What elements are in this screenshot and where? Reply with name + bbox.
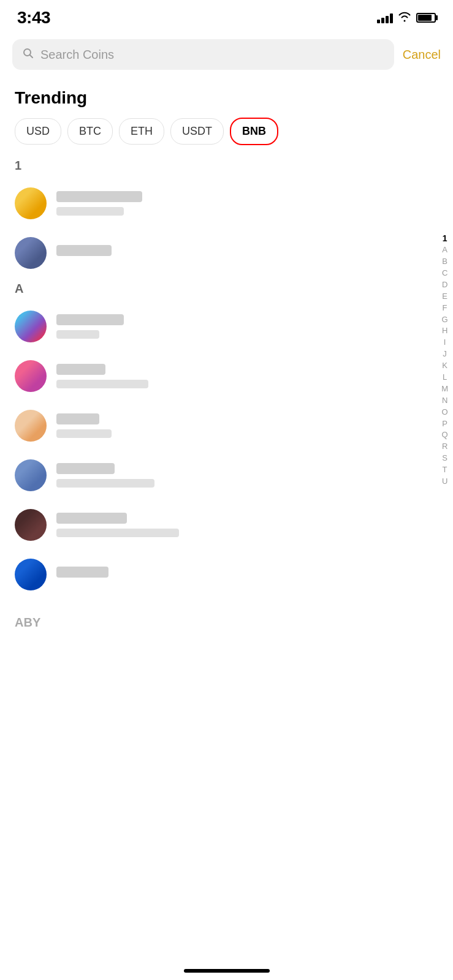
- alpha-u[interactable]: U: [442, 477, 447, 487]
- search-placeholder: Search Coins: [40, 48, 114, 62]
- status-bar: 3:43: [0, 0, 453, 33]
- tab-bnb[interactable]: BNB: [230, 118, 278, 145]
- coin-info: [56, 463, 438, 488]
- coin-icon: [15, 237, 47, 269]
- trending-title: Trending: [0, 76, 453, 118]
- alpha-k[interactable]: K: [442, 361, 447, 371]
- coin-subtext: [56, 380, 148, 388]
- coin-name: [56, 513, 127, 524]
- home-indicator: [184, 969, 270, 973]
- list-item[interactable]: [15, 228, 438, 278]
- coin-name: [56, 463, 115, 474]
- list-item[interactable]: [15, 550, 438, 600]
- tab-usdt[interactable]: USDT: [170, 118, 224, 145]
- signal-icon: [377, 12, 393, 23]
- alpha-c[interactable]: C: [442, 268, 447, 279]
- list-item[interactable]: [15, 179, 438, 228]
- coin-icon: [15, 360, 47, 392]
- coin-name: [56, 413, 99, 424]
- currency-tabs: USD BTC ETH USDT BNB: [0, 118, 453, 155]
- coin-icon: [15, 559, 47, 590]
- wifi-icon: [398, 11, 411, 25]
- search-bar[interactable]: Search Coins: [12, 39, 394, 70]
- alpha-f[interactable]: F: [443, 303, 447, 314]
- search-icon: [22, 47, 34, 62]
- tab-eth[interactable]: ETH: [119, 118, 164, 145]
- coin-icon: [15, 509, 47, 541]
- coin-name: [56, 245, 112, 256]
- alpha-s[interactable]: S: [442, 453, 447, 464]
- section-label-1: 1: [0, 155, 453, 179]
- coin-info: [56, 513, 438, 537]
- tab-usd[interactable]: USD: [15, 118, 61, 145]
- coin-icon: [15, 459, 47, 491]
- alpha-j[interactable]: J: [443, 349, 447, 360]
- alpha-e[interactable]: E: [442, 292, 447, 302]
- coin-name: [56, 364, 105, 375]
- alpha-b[interactable]: B: [442, 257, 447, 267]
- alpha-r[interactable]: R: [442, 442, 447, 452]
- alpha-a[interactable]: A: [442, 245, 447, 255]
- coin-icon: [15, 187, 47, 219]
- coin-subtext: [56, 207, 124, 216]
- cancel-button[interactable]: Cancel: [403, 48, 441, 62]
- section-label-a: A: [0, 278, 453, 302]
- coin-name: [56, 314, 124, 325]
- list-item[interactable]: [15, 500, 438, 550]
- coin-info: [56, 413, 438, 438]
- coin-list-a: [0, 302, 453, 600]
- list-item[interactable]: [15, 451, 438, 500]
- coin-list-1: [0, 179, 453, 278]
- coin-subtext: [56, 429, 112, 438]
- search-container: Search Coins Cancel: [0, 33, 453, 76]
- coin-subtext: [56, 330, 99, 339]
- list-item[interactable]: [15, 401, 438, 451]
- coin-info: [56, 567, 438, 582]
- section-label-aby: ABY: [0, 612, 453, 636]
- alpha-t[interactable]: T: [443, 465, 447, 475]
- coin-info: [56, 191, 438, 216]
- alpha-n[interactable]: N: [442, 396, 447, 406]
- coin-name: [56, 191, 142, 202]
- alpha-l[interactable]: L: [443, 372, 447, 383]
- alpha-m[interactable]: M: [441, 384, 448, 394]
- alpha-o[interactable]: O: [442, 407, 448, 418]
- alpha-q[interactable]: Q: [442, 430, 448, 440]
- tab-btc[interactable]: BTC: [67, 118, 113, 145]
- alpha-1[interactable]: 1: [443, 233, 447, 244]
- list-item[interactable]: [15, 302, 438, 352]
- alpha-p[interactable]: P: [442, 419, 447, 429]
- list-item[interactable]: [15, 352, 438, 401]
- status-time: 3:43: [17, 8, 50, 28]
- alpha-d[interactable]: D: [442, 280, 447, 290]
- battery-icon: [416, 13, 436, 23]
- coin-info: [56, 364, 438, 388]
- coin-subtext: [56, 479, 154, 488]
- alphabet-index: 1 A B C D E F G H I J K L M N O P Q R S …: [441, 233, 448, 487]
- status-icons: [377, 11, 436, 25]
- alpha-g[interactable]: G: [442, 315, 448, 325]
- coin-subtext: [56, 529, 179, 537]
- coin-info: [56, 314, 438, 339]
- alpha-h[interactable]: H: [442, 326, 447, 336]
- coin-icon: [15, 311, 47, 342]
- coin-icon: [15, 410, 47, 442]
- alpha-i[interactable]: I: [444, 337, 446, 348]
- coin-name: [56, 567, 108, 578]
- coin-info: [56, 245, 438, 261]
